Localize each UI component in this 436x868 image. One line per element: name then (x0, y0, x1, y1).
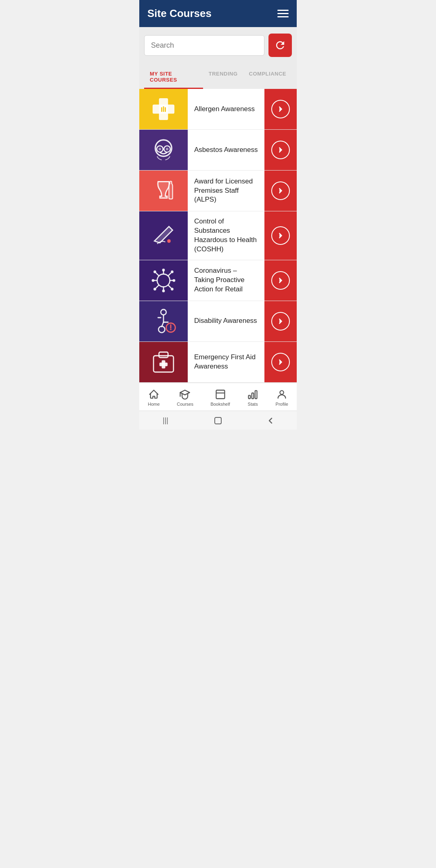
menu-button[interactable] (277, 10, 289, 17)
tab-trending[interactable]: TRENDING (203, 67, 243, 89)
svg-point-28 (161, 310, 166, 315)
android-recent-button[interactable]: ||| (160, 415, 171, 426)
svg-point-27 (153, 288, 156, 291)
course-name-disability: Disability Awareness (188, 301, 264, 341)
arrow-circle-coshh (271, 226, 290, 245)
android-back-button[interactable] (265, 415, 276, 426)
svg-line-20 (156, 273, 159, 276)
allergen-svg (149, 95, 178, 124)
app-header: Site Courses (139, 0, 297, 27)
asbestos-svg (149, 135, 178, 164)
course-item-coshh: Control of Substances Hazardous to Healt… (139, 211, 297, 260)
svg-point-25 (171, 270, 174, 273)
course-icon-alps (139, 171, 188, 211)
svg-point-19 (173, 279, 176, 282)
android-nav-bar: ||| (139, 411, 297, 430)
course-arrow-disability[interactable] (264, 301, 297, 341)
profile-icon (276, 389, 287, 400)
course-item-disability: Disability Awareness (139, 301, 297, 342)
search-area (139, 27, 297, 63)
course-item-first-aid: Emergency First Aid Awareness (139, 342, 297, 383)
svg-rect-41 (255, 390, 257, 398)
chevron-right-icon (276, 358, 285, 367)
arrow-circle-coronavirus (271, 271, 290, 290)
svg-point-11 (157, 274, 170, 287)
bookshelf-icon (215, 389, 226, 400)
svg-rect-34 (159, 352, 168, 358)
refresh-icon (274, 39, 286, 51)
course-arrow-coshh[interactable] (264, 211, 297, 260)
course-name-asbestos: Asbestos Awareness (188, 130, 264, 170)
svg-rect-40 (252, 393, 254, 398)
svg-line-22 (168, 285, 171, 288)
course-arrow-coronavirus[interactable] (264, 260, 297, 301)
tab-my-site-courses[interactable]: MY SITE COURSES (144, 67, 203, 89)
course-name-coshh: Control of Substances Hazardous to Healt… (188, 211, 264, 260)
svg-point-32 (170, 329, 171, 330)
android-home-icon (213, 416, 223, 426)
nav-label-home: Home (148, 402, 159, 407)
tabs-bar: MY SITE COURSES TRENDING COMPLIANCE (139, 63, 297, 89)
course-arrow-alps[interactable] (264, 171, 297, 211)
chevron-right-icon (276, 186, 285, 195)
nav-item-home[interactable]: Home (144, 387, 164, 408)
course-item-asbestos: Asbestos Awareness (139, 130, 297, 171)
nav-label-bookshelf: Bookshelf (210, 402, 230, 407)
course-item-coronavirus: Coronavirus – Taking Proactive Action fo… (139, 260, 297, 301)
course-icon-asbestos (139, 130, 188, 170)
course-name-coronavirus: Coronavirus – Taking Proactive Action fo… (188, 260, 264, 301)
svg-point-13 (162, 269, 165, 272)
course-arrow-allergen[interactable] (264, 89, 297, 129)
hamburger-line-2 (277, 13, 289, 14)
virus-svg (149, 266, 178, 295)
svg-point-23 (171, 288, 174, 291)
course-item-allergen: Allergen Awareness (139, 89, 297, 130)
nav-item-bookshelf[interactable]: Bookshelf (206, 387, 234, 408)
refresh-button[interactable] (268, 34, 292, 57)
nav-label-profile: Profile (276, 402, 288, 407)
android-home-button[interactable] (212, 415, 224, 426)
chevron-right-icon (276, 317, 285, 326)
hamburger-line-3 (277, 16, 289, 17)
course-item-alps: Award for Licensed Premises Staff (ALPS) (139, 171, 297, 211)
svg-point-21 (153, 270, 156, 273)
svg-rect-43 (215, 417, 221, 424)
svg-line-24 (168, 273, 171, 276)
nav-item-courses[interactable]: Courses (173, 387, 197, 408)
svg-point-8 (159, 147, 161, 150)
tab-compliance[interactable]: COMPLIANCE (243, 67, 292, 89)
course-icon-first-aid (139, 342, 188, 382)
coshh-svg (149, 221, 178, 250)
chevron-right-icon (276, 231, 285, 240)
arrow-circle-asbestos (271, 141, 290, 159)
course-name-alps: Award for Licensed Premises Staff (ALPS) (188, 171, 264, 211)
courses-icon (179, 389, 191, 400)
course-name-first-aid: Emergency First Aid Awareness (188, 342, 264, 382)
course-icon-coronavirus (139, 260, 188, 301)
android-back-icon (266, 416, 275, 426)
nav-item-profile[interactable]: Profile (272, 387, 292, 408)
arrow-circle-alps (271, 181, 290, 200)
disability-svg (149, 307, 178, 336)
stats-icon (247, 389, 258, 400)
nav-label-stats: Stats (248, 402, 258, 407)
svg-point-9 (166, 147, 169, 150)
svg-rect-37 (216, 390, 224, 398)
nav-item-stats[interactable]: Stats (243, 387, 262, 408)
svg-rect-39 (249, 395, 251, 398)
alps-svg (149, 176, 178, 205)
svg-line-26 (156, 285, 159, 288)
search-input[interactable] (144, 35, 264, 56)
first-aid-svg (149, 348, 178, 377)
chevron-right-icon (276, 145, 285, 154)
svg-point-15 (162, 289, 165, 292)
svg-point-17 (152, 279, 155, 282)
chevron-right-icon (276, 105, 285, 114)
nav-label-courses: Courses (177, 402, 193, 407)
svg-point-42 (280, 390, 284, 394)
course-icon-allergen (139, 89, 188, 129)
home-icon (148, 389, 159, 400)
course-arrow-asbestos[interactable] (264, 130, 297, 170)
course-arrow-first-aid[interactable] (264, 342, 297, 382)
course-icon-coshh (139, 211, 188, 260)
